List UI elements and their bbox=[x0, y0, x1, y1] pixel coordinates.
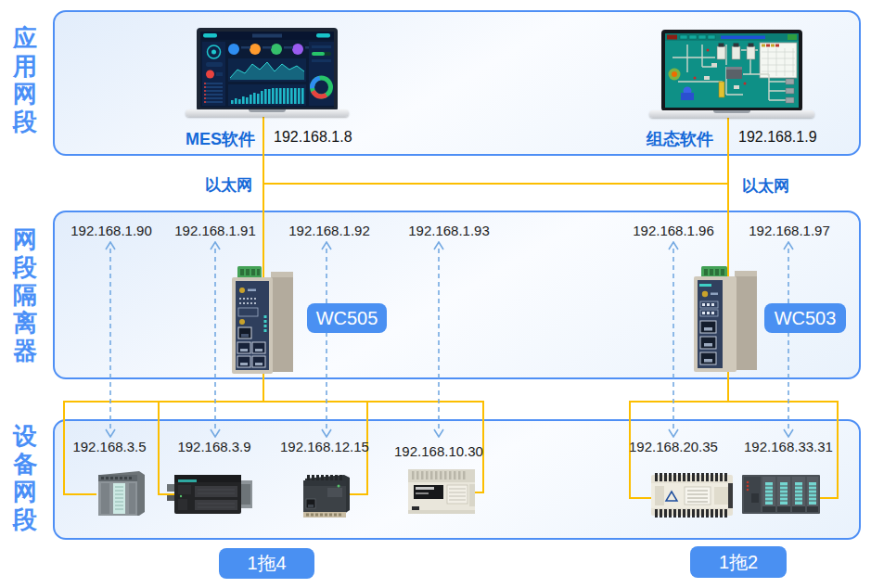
mes-dashboard-screenshot bbox=[197, 28, 338, 111]
mapping-arrow-5 bbox=[666, 241, 681, 438]
wc505-device bbox=[230, 265, 297, 381]
scada-laptop-notch bbox=[713, 110, 750, 113]
compact-plc-image bbox=[300, 473, 352, 519]
io-module-image bbox=[93, 469, 147, 519]
mes-software-label: MES软件 bbox=[186, 128, 255, 150]
plc5-device bbox=[649, 471, 735, 523]
mes-ip: 192.168.1.8 bbox=[274, 129, 352, 146]
plc1-ip: 192.168.3.5 bbox=[72, 439, 146, 454]
plc2-ip: 192.168.3.9 bbox=[177, 439, 250, 454]
plc4-device bbox=[406, 467, 477, 521]
rack-plc-image bbox=[740, 473, 822, 516]
power-module-image bbox=[167, 471, 252, 518]
plc1-device bbox=[93, 469, 147, 523]
plc2-device bbox=[167, 471, 252, 521]
plc3-device bbox=[300, 473, 352, 523]
scada-laptop bbox=[649, 30, 814, 119]
wc505-device-image bbox=[230, 265, 297, 377]
wc505-lan-ip-2: 192.168.1.91 bbox=[174, 223, 256, 238]
bus-right-horizontal bbox=[629, 401, 839, 403]
wc505-lan-ip-3: 192.168.1.92 bbox=[288, 223, 370, 238]
wc503-lan-ip-1: 192.168.1.96 bbox=[633, 223, 714, 238]
wc503-device bbox=[690, 265, 761, 379]
bus-drop-2 bbox=[158, 401, 160, 495]
mapping-arrow-4 bbox=[431, 241, 446, 438]
wc503-lan-ip-2: 192.168.1.97 bbox=[749, 223, 830, 238]
wc505-tag: WC505 bbox=[307, 303, 387, 333]
isolator-segment-label: 网段隔离器 bbox=[10, 225, 40, 364]
bus-drop-6 bbox=[837, 401, 839, 499]
plc5-ip: 192.168.20.35 bbox=[629, 439, 718, 454]
plc6-ip: 192.168.33.31 bbox=[744, 439, 833, 454]
bus-stub-6 bbox=[820, 497, 839, 499]
fx-plc-image bbox=[406, 467, 477, 518]
application-segment-label: 应用网段 bbox=[10, 24, 40, 135]
mapping-arrow-1 bbox=[103, 241, 118, 438]
ethernet-label-right: 以太网 bbox=[742, 175, 789, 197]
ethernet-label-left: 以太网 bbox=[205, 174, 252, 196]
ethernet-backbone bbox=[263, 183, 729, 185]
wc505-lan-ip-1: 192.168.1.90 bbox=[70, 223, 152, 238]
mapping-arrow-6 bbox=[781, 241, 796, 438]
network-diagram: 应用网段 网段隔离器 设备网段 bbox=[0, 0, 871, 588]
wc503-device-image bbox=[690, 265, 761, 376]
group-tag-1-to-4: 1拖4 bbox=[219, 548, 314, 579]
mapping-arrow-3 bbox=[319, 241, 334, 438]
wc505-lan-ip-4: 192.168.1.93 bbox=[408, 223, 490, 238]
mapping-arrow-2 bbox=[208, 241, 223, 438]
dvp-plc-image bbox=[649, 471, 735, 519]
bus-drop-1 bbox=[63, 401, 65, 495]
device-segment-label: 设备网段 bbox=[10, 422, 40, 533]
group-tag-1-to-2: 1拖2 bbox=[690, 546, 787, 578]
scada-screenshot bbox=[661, 30, 802, 111]
wc503-tag: WC503 bbox=[764, 303, 846, 333]
plc6-device bbox=[740, 473, 822, 519]
plc4-ip: 192.168.10.30 bbox=[394, 443, 483, 459]
scada-ip: 192.168.1.9 bbox=[738, 129, 817, 146]
plc3-ip: 192.168.12.15 bbox=[280, 439, 369, 454]
bus-stub-1 bbox=[63, 493, 96, 495]
scada-software-label: 组态软件 bbox=[647, 128, 713, 150]
bus-left-horizontal bbox=[63, 401, 484, 403]
mes-laptop-notch bbox=[249, 109, 286, 112]
mes-laptop bbox=[186, 28, 349, 119]
